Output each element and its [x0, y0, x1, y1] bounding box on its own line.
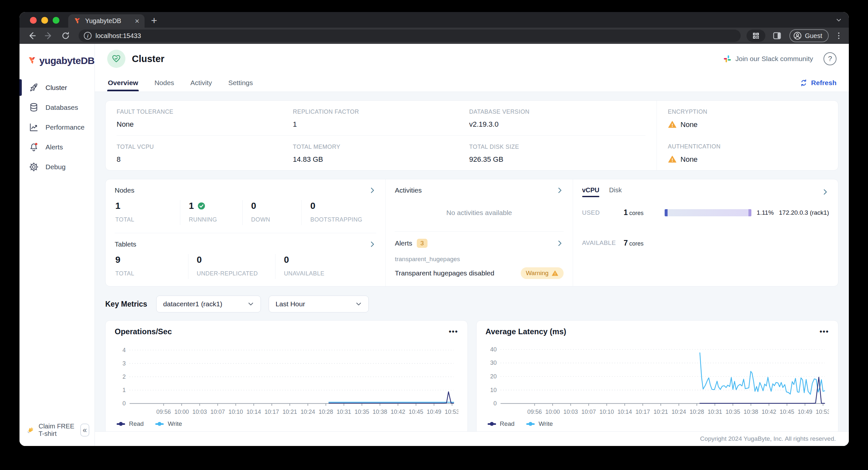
sidebar-collapse-button[interactable]: «	[80, 424, 89, 437]
legend-write[interactable]: Write	[526, 420, 553, 428]
svg-text:0: 0	[122, 400, 126, 407]
total-disk-size-field: TOTAL DISK SIZE 926.35 GB	[469, 136, 646, 170]
tab-close-icon[interactable]: ×	[135, 17, 140, 25]
alerts-chevron-icon[interactable]	[556, 240, 564, 247]
nodes-total-stat: 1 TOTAL	[115, 200, 180, 225]
tab-vcpu[interactable]: vCPU	[582, 186, 599, 197]
svg-text:10:53: 10:53	[816, 409, 829, 415]
slack-community-link[interactable]: Join our Slack community	[723, 55, 813, 63]
copyright-footer: Copyright 2024 YugaByte, Inc. All rights…	[95, 431, 849, 446]
tablets-chevron-icon[interactable]	[368, 240, 376, 248]
field-value: 8	[117, 155, 293, 164]
legend-read[interactable]: Read	[488, 420, 515, 428]
minimize-window-button[interactable]	[41, 17, 48, 24]
field-label: FAULT TOLERANCE	[117, 108, 293, 115]
legend-label: Read	[129, 420, 144, 428]
back-button[interactable]	[25, 29, 39, 42]
side-panel-icon[interactable]	[770, 29, 784, 42]
chevron-down-icon	[247, 300, 255, 308]
site-info-icon[interactable]: i	[84, 32, 92, 40]
chart-title: Operations/Sec	[115, 327, 172, 336]
svg-text:3: 3	[122, 360, 126, 367]
tab-nodes[interactable]: Nodes	[154, 74, 175, 91]
sidebar-item-debug[interactable]: Debug	[24, 158, 90, 176]
browser-menu-icon[interactable]	[834, 32, 844, 39]
key-metrics-toolbar: Key Metrics datacenter1 (rack1) Last Hou…	[105, 295, 838, 312]
latency-chart-card: Average Latency (ms) ••• 01020304009:561…	[476, 320, 839, 435]
sidebar-item-alerts[interactable]: Alerts	[24, 138, 90, 156]
svg-text:10:00: 10:00	[175, 409, 189, 415]
region-select-value: datacenter1 (rack1)	[163, 300, 222, 308]
forward-button[interactable]	[41, 29, 56, 42]
svg-text:10:31: 10:31	[708, 409, 722, 415]
alert-message: Transparent hugepages disabled	[395, 269, 515, 277]
help-icon[interactable]: ?	[824, 52, 836, 65]
svg-text:10:14: 10:14	[617, 409, 632, 415]
legend-write[interactable]: Write	[155, 420, 182, 428]
alert-name[interactable]: transparent_hugepages	[395, 256, 563, 263]
activities-chevron-icon[interactable]	[556, 186, 564, 194]
svg-text:10:00: 10:00	[545, 409, 560, 415]
address-bar[interactable]: i localhost:15433	[79, 30, 741, 42]
warning-badge-label: Warning	[526, 270, 549, 277]
page-title: Cluster	[132, 54, 164, 64]
tab-activity[interactable]: Activity	[190, 74, 213, 91]
svg-text:10:07: 10:07	[211, 409, 225, 415]
svg-text:10:21: 10:21	[283, 409, 297, 415]
warning-icon	[668, 120, 677, 129]
alerts-panel-title: Alerts	[395, 240, 412, 247]
operations-chart-card: Operations/Sec ••• 0123409:5610:0010:031…	[105, 320, 468, 435]
field-label: TOTAL MEMORY	[293, 144, 469, 150]
tablets-under-replicated-stat: 0 UNDER-REPLICATED	[188, 254, 275, 279]
rocket-icon	[29, 83, 39, 93]
nodes-bootstrapping-stat: 0 BOOTSTRAPPING	[302, 200, 376, 225]
refresh-label: Refresh	[811, 79, 836, 87]
svg-text:10: 10	[490, 387, 496, 393]
new-tab-button[interactable]: +	[151, 15, 157, 26]
used-label: USED	[582, 209, 619, 216]
svg-text:0: 0	[493, 400, 496, 407]
gear-icon	[29, 162, 39, 172]
vcpu-used-row: USED 1 cores 1.11% 172.20.0.3 (rack1)	[582, 208, 829, 217]
reload-button[interactable]	[59, 29, 73, 42]
svg-text:10:10: 10:10	[228, 409, 243, 415]
performance-icon	[29, 122, 39, 132]
chart-menu-icon[interactable]: •••	[448, 327, 458, 336]
time-range-select[interactable]: Last Hour	[269, 295, 369, 312]
slack-link-label: Join our Slack community	[736, 55, 813, 63]
page-header: Cluster Join our Slack community ?	[95, 44, 849, 74]
profile-button[interactable]: Guest	[789, 29, 829, 42]
field-label: DATABASE VERSION	[469, 108, 646, 115]
svg-text:10:17: 10:17	[636, 409, 650, 415]
svg-text:2: 2	[122, 374, 126, 380]
qr-code-icon[interactable]	[746, 30, 765, 42]
key-metrics-title: Key Metrics	[105, 300, 147, 309]
region-select[interactable]: datacenter1 (rack1)	[156, 295, 261, 312]
refresh-button[interactable]: Refresh	[800, 79, 836, 87]
tab-overview[interactable]: Overview	[107, 74, 139, 91]
svg-text:10:45: 10:45	[780, 409, 794, 415]
nodes-chevron-icon[interactable]	[368, 186, 376, 194]
sidebar-item-cluster[interactable]: Cluster	[24, 78, 90, 97]
sidebar-item-databases[interactable]: Databases	[24, 98, 90, 117]
close-window-button[interactable]	[30, 17, 37, 24]
tab-search-icon[interactable]	[835, 17, 842, 24]
usage-chevron-icon[interactable]	[821, 188, 829, 196]
sidebar-item-label: Alerts	[45, 143, 63, 151]
tab-disk[interactable]: Disk	[609, 186, 622, 197]
browser-tab[interactable]: YugabyteDB ×	[68, 14, 145, 28]
legend-read[interactable]: Read	[117, 420, 144, 428]
claim-tshirt-link[interactable]: Claim FREE T-shirt	[39, 422, 76, 438]
chart-menu-icon[interactable]: •••	[819, 327, 829, 336]
stat-value: 0	[251, 201, 302, 211]
alert-item: Transparent hugepages disabled Warning	[395, 267, 563, 279]
svg-text:10:03: 10:03	[563, 409, 578, 415]
field-label: REPLICATION FACTOR	[293, 108, 469, 115]
svg-text:10:28: 10:28	[689, 409, 704, 415]
bell-icon	[29, 142, 39, 152]
sidebar-item-performance[interactable]: Performance	[24, 118, 90, 136]
tab-settings[interactable]: Settings	[228, 74, 254, 91]
field-label: ENCRYPTION	[668, 108, 827, 115]
zoom-window-button[interactable]	[53, 17, 59, 24]
url-text: localhost:15433	[95, 32, 141, 40]
